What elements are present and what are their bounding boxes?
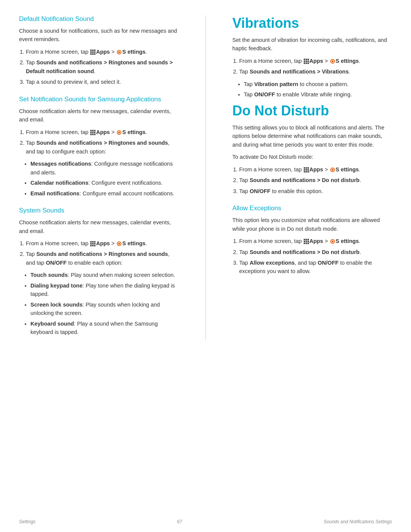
svg-rect-11 [90,130,92,131]
apps-label: Apps [309,166,323,173]
svg-point-10 [118,51,120,53]
right-column: Vibrations Set the amount of vibration f… [225,15,392,340]
step-item: From a Home screen, tap Apps > [26,48,179,56]
step-item: Tap Sounds and notifications > Ringtones… [26,139,179,156]
svg-rect-55 [304,239,305,240]
bullet-item: Email notifications: Configure email acc… [30,189,179,198]
svg-rect-58 [304,241,305,242]
svg-rect-61 [304,243,305,244]
step-item: Tap Sounds and notifications > Vibration… [239,67,392,76]
apps-label: Apps [96,49,110,55]
svg-rect-33 [304,59,305,60]
svg-rect-16 [94,132,96,133]
svg-rect-27 [94,243,96,244]
svg-rect-56 [306,239,307,240]
section-default-notification-title: Default Notification Sound [19,15,179,23]
svg-rect-26 [92,243,94,244]
svg-rect-25 [90,243,92,244]
step-item: Tap ON/OFF to enable this option. [239,187,392,195]
svg-rect-17 [90,134,92,135]
allow-exceptions-title: Allow Exceptions [233,204,392,212]
step-item: From a Home screen, tap Apps > [26,128,179,136]
svg-rect-51 [306,171,307,173]
bullet-item: Dialing keypad tone: Play tone when the … [30,281,179,299]
footer-left: Settings [19,519,35,524]
section-samsung-apps-desc: Choose notification alerts for new messa… [19,107,179,124]
bullet-item: Screen lock sounds: Play sounds when loc… [30,300,179,318]
step-item: Tap Sounds and notifications > Do not di… [239,248,392,256]
svg-rect-22 [90,241,92,243]
settings-gear-icon [116,49,122,55]
settings-gear-icon [330,58,336,64]
apps-label: Apps [96,129,110,135]
svg-rect-46 [307,167,309,169]
bullet-item: Tap Vibration pattern to choose a patter… [244,80,392,88]
step-item: From a Home screen, tap Apps > [239,237,392,245]
system-sounds-steps: From a Home screen, tap Apps > [26,239,179,267]
apps-label: Apps [309,238,323,244]
page-footer: Settings 67 Sounds and Notifications Set… [0,519,411,524]
left-column: Default Notification Sound Choose a soun… [19,15,186,340]
step-item: From a Home screen, tap Apps > [239,165,392,174]
svg-rect-6 [90,53,92,55]
settings-label: S ettings [336,166,359,173]
footer-center: 67 [177,519,182,524]
svg-rect-19 [94,134,96,135]
settings-gear-icon [116,129,122,136]
bullet-item: Keyboard sound: Play a sound when the Sa… [30,320,179,337]
apps-icon [303,167,309,173]
svg-rect-30 [94,245,96,246]
svg-rect-24 [94,241,96,243]
do-not-disturb-desc: This setting allows you to block all not… [233,123,392,149]
svg-rect-34 [306,59,307,60]
step-item: Tap Sounds and notifications > Do not di… [239,176,392,184]
settings-label: S ettings [336,58,359,64]
svg-rect-18 [92,134,94,135]
step-item: Tap Sounds and notifications > Ringtones… [26,250,179,267]
settings-gear-icon [116,241,122,247]
svg-rect-29 [92,245,94,246]
step-item: Tap a sound to preview it, and select it… [26,78,179,86]
bullet-item: Calendar notifications: Configure event … [30,179,179,187]
apps-icon [90,49,96,55]
svg-rect-47 [304,169,305,171]
svg-rect-44 [304,167,305,169]
svg-point-32 [118,243,120,245]
step-item: From a Home screen, tap Apps > [239,57,392,65]
svg-rect-4 [92,51,94,53]
settings-gear-icon [330,167,336,173]
svg-rect-28 [90,245,92,246]
svg-rect-8 [94,53,96,55]
default-notification-steps: From a Home screen, tap Apps > [26,48,179,86]
svg-rect-63 [307,243,309,244]
apps-icon [90,129,96,136]
svg-rect-38 [307,61,309,62]
svg-rect-41 [307,62,309,64]
vibrations-desc: Set the amount of vibration for incoming… [233,36,392,53]
svg-point-43 [331,61,333,62]
step2-bold: Sounds and notifications > Ringtones and… [36,140,168,146]
bullet-item: Messages notifications: Configure messag… [30,160,179,177]
system-sounds-bullets: Touch sounds: Play sound when making scr… [30,271,179,336]
svg-rect-36 [304,61,305,62]
settings-gear-icon [330,238,336,244]
svg-rect-13 [94,130,96,131]
bullet-item: Touch sounds: Play sound when making scr… [30,271,179,279]
samsung-apps-steps: From a Home screen, tap Apps > [26,128,179,156]
step2-bold: Sounds and notifications > Ringtones and… [36,251,168,257]
svg-rect-23 [92,241,94,243]
activate-label: To activate Do Not Disturb mode: [233,153,392,161]
apps-label: Apps [309,58,323,64]
step-item: From a Home screen, tap Apps > [26,239,179,248]
vibrations-bullets: Tap Vibration pattern to choose a patter… [244,80,392,99]
svg-rect-0 [90,50,92,51]
apps-label: Apps [96,240,110,246]
samsung-apps-bullets: Messages notifications: Configure messag… [30,160,179,198]
svg-rect-45 [306,167,307,169]
svg-rect-7 [92,53,94,55]
bullet-item: Tap ON/OFF to enable Vibrate while ringi… [244,90,392,99]
step-item: Tap Sounds and notifications > Ringtones… [26,58,179,75]
svg-rect-52 [307,171,309,173]
footer-right: Sounds and Notifications Settings [324,519,392,524]
section-system-sounds-desc: Choose notification alerts for new messa… [19,218,179,235]
